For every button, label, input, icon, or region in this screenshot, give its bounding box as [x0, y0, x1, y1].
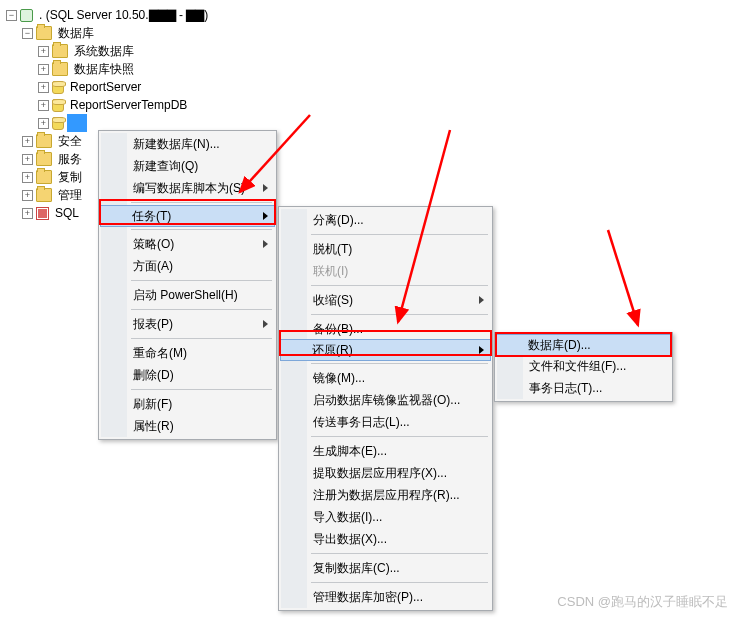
- tree-item-label: SQL: [52, 204, 82, 222]
- menu-label: 启动 PowerShell(H): [133, 287, 238, 304]
- menu-label: 脱机(T): [313, 241, 352, 258]
- menu-label: 新建查询(Q): [133, 158, 198, 175]
- menu-label: 重命名(M): [133, 345, 187, 362]
- expand-icon[interactable]: +: [22, 154, 33, 165]
- menu-separator: [311, 436, 488, 437]
- folder-icon: [36, 26, 52, 40]
- menu-copy-database[interactable]: 复制数据库(C)...: [281, 557, 490, 579]
- submenu-arrow-icon: [263, 212, 268, 220]
- expand-icon[interactable]: +: [22, 172, 33, 183]
- menu-rename[interactable]: 重命名(M): [101, 342, 274, 364]
- database-icon: [52, 117, 64, 130]
- menu-detach[interactable]: 分离(D)...: [281, 209, 490, 231]
- menu-label: 删除(D): [133, 367, 174, 384]
- expand-icon[interactable]: +: [38, 64, 49, 75]
- menu-label: 属性(R): [133, 418, 174, 435]
- database-icon: [52, 81, 64, 94]
- tree-item-label: 安全: [55, 132, 85, 150]
- menu-separator: [311, 582, 488, 583]
- menu-label: 传送事务日志(L)...: [313, 414, 410, 431]
- server-icon: [20, 9, 33, 22]
- menu-manage-encryption[interactable]: 管理数据库加密(P)...: [281, 586, 490, 608]
- menu-restore-database[interactable]: 数据库(D)...: [496, 334, 671, 356]
- menu-label: 收缩(S): [313, 292, 353, 309]
- menu-restore-txlog[interactable]: 事务日志(T)...: [497, 377, 670, 399]
- menu-offline[interactable]: 脱机(T): [281, 238, 490, 260]
- menu-label: 镜像(M)...: [313, 370, 365, 387]
- tree-item[interactable]: +数据库快照: [6, 60, 740, 78]
- menu-ship-log[interactable]: 传送事务日志(L)...: [281, 411, 490, 433]
- submenu-arrow-icon: [479, 346, 484, 354]
- tree-databases-node[interactable]: − 数据库: [6, 24, 740, 42]
- tree-item-label: 系统数据库: [71, 42, 137, 60]
- menu-facets[interactable]: 方面(A): [101, 255, 274, 277]
- menu-refresh[interactable]: 刷新(F): [101, 393, 274, 415]
- menu-separator: [131, 338, 272, 339]
- collapse-icon[interactable]: −: [6, 10, 17, 21]
- tree-item[interactable]: +ReportServerTempDB: [6, 96, 740, 114]
- menu-label: 数据库(D)...: [528, 337, 591, 354]
- menu-export-data[interactable]: 导出数据(X)...: [281, 528, 490, 550]
- expand-icon[interactable]: +: [38, 82, 49, 93]
- menu-label: 方面(A): [133, 258, 173, 275]
- menu-import-data[interactable]: 导入数据(I)...: [281, 506, 490, 528]
- menu-backup[interactable]: 备份(B)...: [281, 318, 490, 340]
- expand-icon[interactable]: +: [22, 208, 33, 219]
- menu-label: 导入数据(I)...: [313, 509, 382, 526]
- menu-label: 新建数据库(N)...: [133, 136, 220, 153]
- expand-icon[interactable]: +: [22, 136, 33, 147]
- menu-reports[interactable]: 报表(P): [101, 313, 274, 335]
- menu-separator: [131, 389, 272, 390]
- tree-item-label: 管理: [55, 186, 85, 204]
- databases-label: 数据库: [55, 24, 97, 42]
- menu-restore-files[interactable]: 文件和文件组(F)...: [497, 355, 670, 377]
- expand-icon[interactable]: +: [22, 190, 33, 201]
- menu-launch-mirror-monitor[interactable]: 启动数据库镜像监视器(O)...: [281, 389, 490, 411]
- menu-separator: [131, 229, 272, 230]
- expand-icon[interactable]: +: [38, 100, 49, 111]
- menu-extract-dac[interactable]: 提取数据层应用程序(X)...: [281, 462, 490, 484]
- menu-label: 备份(B)...: [313, 321, 363, 338]
- expand-icon[interactable]: +: [38, 46, 49, 57]
- menu-shrink[interactable]: 收缩(S): [281, 289, 490, 311]
- tree-item-label: 复制: [55, 168, 85, 186]
- menu-generate-scripts[interactable]: 生成脚本(E)...: [281, 440, 490, 462]
- menu-properties[interactable]: 属性(R): [101, 415, 274, 437]
- submenu-arrow-icon: [263, 184, 268, 192]
- menu-separator: [311, 553, 488, 554]
- menu-delete[interactable]: 删除(D): [101, 364, 274, 386]
- tree-item[interactable]: +ReportServer: [6, 78, 740, 96]
- menu-label: 导出数据(X)...: [313, 531, 387, 548]
- menu-register-dac[interactable]: 注册为数据层应用程序(R)...: [281, 484, 490, 506]
- context-menu-restore[interactable]: 数据库(D)... 文件和文件组(F)... 事务日志(T)...: [494, 332, 673, 402]
- svg-line-2: [608, 230, 638, 325]
- server-label: . (SQL Server 10.50.▇▇▇ - ▇▇): [36, 6, 211, 24]
- tree-item-label: 服务: [55, 150, 85, 168]
- menu-label: 提取数据层应用程序(X)...: [313, 465, 447, 482]
- menu-mirror[interactable]: 镜像(M)...: [281, 367, 490, 389]
- menu-restore[interactable]: 还原(R): [280, 339, 491, 361]
- tree-item-label: ReportServerTempDB: [67, 96, 190, 114]
- menu-label: 注册为数据层应用程序(R)...: [313, 487, 460, 504]
- menu-script-as[interactable]: 编写数据库脚本为(S): [101, 177, 274, 199]
- menu-new-database[interactable]: 新建数据库(N)...: [101, 133, 274, 155]
- folder-icon: [52, 44, 68, 58]
- menu-powershell[interactable]: 启动 PowerShell(H): [101, 284, 274, 306]
- folder-icon: [36, 152, 52, 166]
- folder-icon: [36, 134, 52, 148]
- menu-policies[interactable]: 策略(O): [101, 233, 274, 255]
- submenu-arrow-icon: [263, 320, 268, 328]
- expand-icon[interactable]: +: [38, 118, 49, 129]
- context-menu-database[interactable]: 新建数据库(N)... 新建查询(Q) 编写数据库脚本为(S) 任务(T) 策略…: [98, 130, 277, 440]
- folder-icon: [36, 188, 52, 202]
- folder-icon: [52, 62, 68, 76]
- tree-server-node[interactable]: − . (SQL Server 10.50.▇▇▇ - ▇▇): [6, 6, 740, 24]
- tree-item[interactable]: +系统数据库: [6, 42, 740, 60]
- collapse-icon[interactable]: −: [22, 28, 33, 39]
- menu-new-query[interactable]: 新建查询(Q): [101, 155, 274, 177]
- menu-label: 任务(T): [132, 208, 171, 225]
- tree-item-label: [67, 114, 87, 132]
- folder-icon: [36, 170, 52, 184]
- context-menu-tasks[interactable]: 分离(D)... 脱机(T) 联机(I) 收缩(S) 备份(B)... 还原(R…: [278, 206, 493, 611]
- menu-tasks[interactable]: 任务(T): [100, 205, 275, 227]
